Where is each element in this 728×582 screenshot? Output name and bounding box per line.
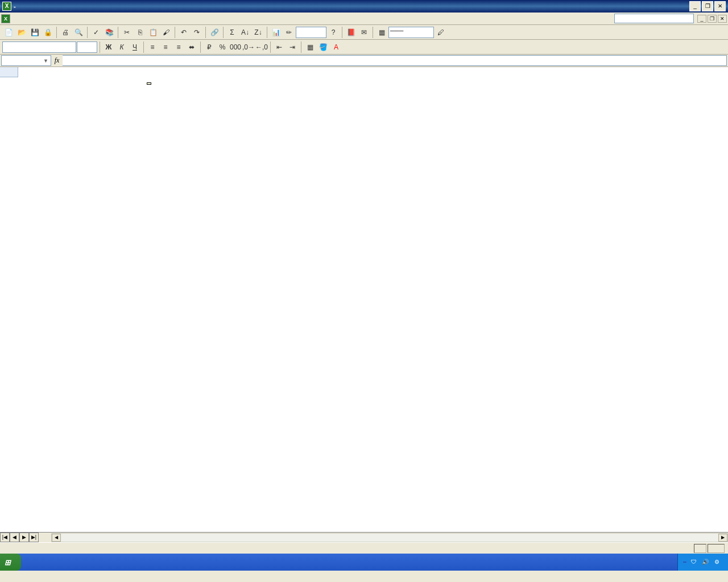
drawing-icon[interactable]: ✏ [283,26,295,39]
decrease-decimal-icon[interactable]: ←,0 [255,41,268,53]
preview-icon[interactable]: 🔍 [72,26,85,39]
borders-dropdown-icon[interactable]: ▦ [304,41,316,53]
formatting-toolbar: Ж К Ч ≡ ≡ ≡ ⬌ ₽ % 000 ,0→ ←,0 ⇤ ⇥ ▦ 🪣 A [0,40,728,55]
fx-button[interactable]: fx [51,56,63,65]
copy-icon[interactable]: ⎘ [134,26,146,39]
select-all-corner[interactable] [0,67,18,77]
formula-input[interactable] [63,55,727,66]
fill-color-icon[interactable]: 🪣 [317,41,329,53]
tab-prev-button[interactable]: ◀ [10,533,19,542]
mdi-restore-button[interactable]: ❐ [708,15,717,23]
close-button[interactable]: ✕ [714,1,726,11]
pdf-icon[interactable]: 📕 [345,26,357,39]
tab-first-button[interactable]: |◀ [0,533,10,542]
menu-bar: X _ ❐ ✕ [0,13,728,25]
app-icon: X [2,2,11,11]
font-name-combo[interactable] [2,41,76,53]
tray-icon[interactable]: 🛡 [689,558,698,567]
format-painter-icon[interactable]: 🖌 [160,26,172,39]
window-title: - [14,3,689,10]
windows-taskbar: ⊞ 🛡 🔊 ⚙ [0,554,728,571]
horizontal-scrollbar[interactable]: ◀ ▶ [51,533,728,542]
spellcheck-icon[interactable]: ✓ [90,26,102,39]
help-icon[interactable]: ? [327,26,340,39]
zoom-combo[interactable] [296,27,326,38]
font-size-combo[interactable] [77,41,97,53]
mdi-minimize-button[interactable]: _ [697,15,706,23]
new-icon[interactable]: 📄 [2,26,15,39]
underline-button[interactable]: Ч [129,41,141,53]
redo-icon[interactable]: ↷ [191,26,203,39]
formula-bar: ▼ fx [0,55,728,67]
mdi-close-button[interactable]: ✕ [718,15,727,23]
status-pane [708,544,725,553]
research-icon[interactable]: 📚 [103,26,115,39]
restore-button[interactable]: ❐ [702,1,713,11]
align-left-icon[interactable]: ≡ [146,41,159,53]
line-style-combo[interactable]: ─── [388,27,434,38]
num-lock-pane [694,544,706,553]
tray-icon[interactable]: ⚙ [712,558,721,567]
line-color-icon[interactable]: 🖊 [435,26,447,39]
tab-last-button[interactable]: ▶| [29,533,39,542]
scroll-left-button[interactable]: ◀ [52,534,61,542]
spreadsheet[interactable]: |◀ ◀ ▶ ▶| ◀ ▶ [0,67,728,542]
chart-icon[interactable]: 📊 [270,26,282,39]
name-box[interactable]: ▼ [1,55,51,66]
cut-icon[interactable]: ✂ [121,26,133,39]
hyperlink-icon[interactable]: 🔗 [208,26,221,39]
scroll-right-button[interactable]: ▶ [718,534,727,542]
align-center-icon[interactable]: ≡ [159,41,172,53]
window-titlebar: X - _ ❐ ✕ [0,0,728,13]
doc-icon[interactable]: X [1,14,10,23]
tray-icon[interactable]: 🔊 [701,558,710,567]
sort-desc-icon[interactable]: Z↓ [252,26,264,39]
tab-next-button[interactable]: ▶ [19,533,29,542]
tooltip [147,82,151,85]
autosum-icon[interactable]: Σ [226,26,238,39]
sheet-tab-bar: |◀ ◀ ▶ ▶| ◀ ▶ [0,532,728,542]
percent-icon[interactable]: % [216,41,229,53]
italic-button[interactable]: К [115,41,128,53]
help-question-input[interactable] [614,14,694,23]
increase-indent-icon[interactable]: ⇥ [286,41,299,53]
standard-toolbar: 📄 📂 💾 🔒 🖨 🔍 ✓ 📚 ✂ ⎘ 📋 🖌 ↶ ↷ 🔗 Σ A↓ Z↓ 📊 … [0,25,728,40]
bold-button[interactable]: Ж [102,41,115,53]
save-icon[interactable]: 💾 [28,26,41,39]
paste-icon[interactable]: 📋 [147,26,159,39]
status-bar [0,542,728,554]
undo-icon[interactable]: ↶ [177,26,190,39]
sort-asc-icon[interactable]: A↓ [239,26,251,39]
merge-center-icon[interactable]: ⬌ [185,41,198,53]
start-button[interactable]: ⊞ [0,554,21,571]
currency-icon[interactable]: ₽ [203,41,216,53]
language-indicator[interactable] [682,561,687,563]
print-icon[interactable]: 🖨 [59,26,72,39]
decrease-indent-icon[interactable]: ⇤ [273,41,286,53]
system-tray[interactable]: 🛡 🔊 ⚙ [677,554,728,571]
comma-icon[interactable]: 000 [229,41,242,53]
permission-icon[interactable]: 🔒 [42,26,54,39]
font-color-icon[interactable]: A [330,41,342,53]
minimize-button[interactable]: _ [689,1,701,11]
open-icon[interactable]: 📂 [15,26,28,39]
increase-decimal-icon[interactable]: ,0→ [242,41,255,53]
align-right-icon[interactable]: ≡ [172,41,185,53]
borders-icon[interactable]: ▦ [375,26,388,39]
pdf-mail-icon[interactable]: ✉ [358,26,370,39]
